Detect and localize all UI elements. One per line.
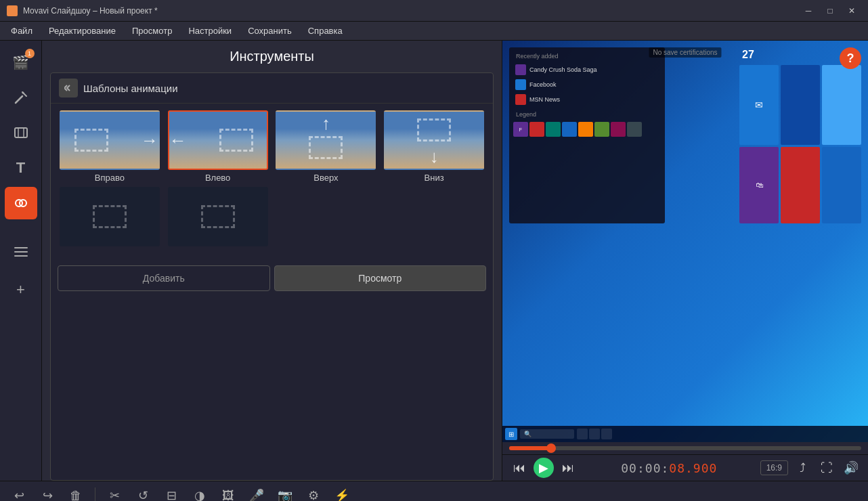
tools-action-buttons: Добавить Просмотр <box>51 259 493 298</box>
big-tile-store: 🛍 <box>739 147 779 224</box>
anim-item-right[interactable]: → Вправо <box>58 110 162 183</box>
crop-button[interactable]: ⊟ <box>159 484 183 501</box>
text-icon: T <box>16 159 25 177</box>
progress-fill <box>509 446 551 450</box>
app-icon <box>7 5 18 16</box>
anim-thumb-extra2 <box>168 187 268 246</box>
menu-view[interactable]: Просмотр <box>124 23 180 39</box>
animation-section: Шаблоны анимации → Вправо ← <box>50 72 494 481</box>
media-badge: 1 <box>25 49 35 58</box>
recently-added-label: Recently added <box>513 51 661 61</box>
toolbar: ↩ ↪ 🗑 ✂ ↺ ⊟ ◑ 🖼 🎤 📷 ⚙ ⚡ <box>0 481 868 501</box>
sidebar-item-media[interactable]: 🎬 1 <box>5 46 37 79</box>
audio-button[interactable]: 🎤 <box>244 484 269 501</box>
win10-tiles-grid: ✉ 🛍 <box>739 65 861 223</box>
sidebar-item-transitions[interactable] <box>5 187 37 219</box>
anim-box-extra1 <box>93 205 127 228</box>
big-tile-5 <box>781 147 820 224</box>
effects-button[interactable]: ⚡ <box>330 484 354 501</box>
svg-rect-10 <box>14 255 28 257</box>
svg-rect-9 <box>14 251 28 253</box>
maximize-button[interactable]: □ <box>821 3 840 19</box>
progress-thumb <box>546 443 556 453</box>
anim-box-extra2 <box>201 205 235 228</box>
sidebar-item-edit[interactable] <box>5 81 37 114</box>
window-title: Movavi Слайдшоу – Новый проект * <box>23 6 158 16</box>
back-button[interactable] <box>59 79 78 97</box>
close-button[interactable]: ✕ <box>842 3 861 19</box>
tile-2 <box>529 122 544 137</box>
sidebar-item-timeline[interactable] <box>5 236 37 268</box>
tile-8 <box>627 122 642 137</box>
app-item-3: MSN News <box>513 92 661 107</box>
app-icon-2 <box>515 79 526 90</box>
toolbar-separator-1 <box>95 487 95 501</box>
anim-box-left <box>219 129 253 152</box>
app-name-2: Facebook <box>529 81 557 88</box>
task-icon-3 <box>601 429 612 439</box>
app-name-1: Candy Crush Soda Saga <box>529 66 597 73</box>
volume-button[interactable]: 🔊 <box>841 458 861 478</box>
timeline-icon <box>14 246 28 257</box>
sidebar-item-text[interactable]: T <box>5 152 37 184</box>
svg-rect-8 <box>14 247 28 248</box>
color-button[interactable]: ◑ <box>188 484 212 501</box>
skip-forward-button[interactable]: ⏭ <box>558 458 578 478</box>
transitions-icon <box>14 196 28 211</box>
menu-edit[interactable]: Редактирование <box>41 23 124 39</box>
arrow-up-icon: ↑ <box>322 113 330 134</box>
win10-taskbar: ⊞ 🔍 <box>502 426 868 442</box>
left-sidebar: 🎬 1 T + <box>0 41 42 481</box>
menu-help[interactable]: Справка <box>300 23 351 39</box>
anim-thumb-down: ↓ <box>384 110 484 170</box>
add-icon: + <box>16 281 25 299</box>
anim-item-extra2[interactable] <box>166 187 270 249</box>
animation-section-title: Шаблоны анимации <box>83 83 178 94</box>
time-prefix: 00:00: <box>621 461 669 475</box>
menu-save[interactable]: Сохранить <box>240 23 300 39</box>
anim-item-extra1[interactable] <box>58 187 162 249</box>
menu-settings[interactable]: Настройки <box>180 23 240 39</box>
rotate-button[interactable]: ↺ <box>131 484 155 501</box>
no-cert-label: No save certifications <box>649 47 721 58</box>
cut-button[interactable]: ✂ <box>102 484 127 501</box>
preview-content: Recently added Candy Crush Soda Saga Fac… <box>502 41 868 442</box>
animation-grid: → Вправо ← Влево ↑ <box>51 104 493 256</box>
tile-4 <box>562 122 577 137</box>
big-tile-mail: ✉ <box>739 65 779 145</box>
undo-button[interactable]: ↩ <box>7 484 31 501</box>
app-name-3: MSN News <box>529 96 560 103</box>
anim-label-down: Вниз <box>425 173 444 183</box>
sidebar-item-add[interactable]: + <box>5 274 37 306</box>
app-item-2: Facebook <box>513 77 661 92</box>
fullscreen-button[interactable]: ⛶ <box>817 458 837 478</box>
menu-bar: Файл Редактирование Просмотр Настройки С… <box>0 22 868 41</box>
big-tile-2 <box>781 65 820 145</box>
anim-thumb-extra1 <box>60 187 160 246</box>
anim-thumb-up: ↑ <box>276 110 376 170</box>
settings-button[interactable]: ⚙ <box>301 484 326 501</box>
tile-7 <box>611 122 626 137</box>
minimize-button[interactable]: ─ <box>799 3 818 19</box>
camera-button[interactable]: 📷 <box>273 484 297 501</box>
progress-bar[interactable] <box>509 446 861 450</box>
redo-button[interactable]: ↪ <box>35 484 60 501</box>
delete-button[interactable]: 🗑 <box>64 484 88 501</box>
tile-3 <box>546 122 561 137</box>
window-controls: ─ □ ✕ <box>799 3 861 19</box>
skip-back-button[interactable]: ⏮ <box>509 458 529 478</box>
preview-button[interactable]: Просмотр <box>274 265 487 291</box>
anim-item-left[interactable]: ← Влево <box>166 110 270 183</box>
export-button[interactable]: ⤴ <box>792 458 812 478</box>
sidebar-item-filters[interactable] <box>5 116 37 149</box>
anim-item-down[interactable]: ↓ Вниз <box>382 110 486 183</box>
add-button[interactable]: Добавить <box>58 265 270 291</box>
menu-file[interactable]: Файл <box>3 23 41 39</box>
play-button[interactable]: ▶ <box>534 458 554 478</box>
help-button[interactable]: ? <box>840 47 861 69</box>
anim-thumb-right: → <box>60 110 160 170</box>
aspect-ratio-button[interactable]: 16:9 <box>760 460 788 475</box>
photo-button[interactable]: 🖼 <box>216 484 240 501</box>
anim-item-up[interactable]: ↑ Вверх <box>274 110 378 183</box>
anim-label-left: Влево <box>205 173 230 183</box>
